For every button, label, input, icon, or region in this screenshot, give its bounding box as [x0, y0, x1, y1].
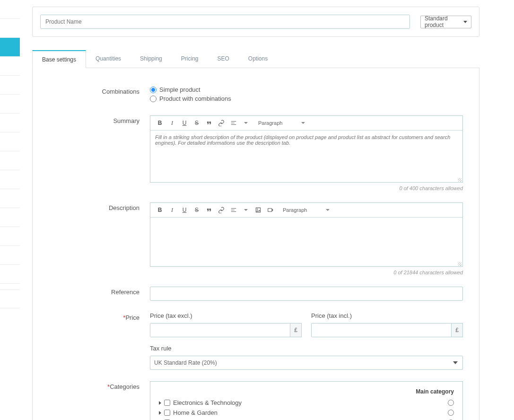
description-toolbar: B I U S Paragraph [150, 203, 462, 218]
price-incl-label: Price (tax incl.) [311, 312, 463, 319]
category-checkbox[interactable] [164, 400, 170, 406]
form-panel: Combinations Simple product Product with… [32, 68, 479, 420]
expand-icon[interactable] [159, 401, 161, 405]
resize-grip[interactable] [150, 179, 462, 182]
tab-base-settings[interactable]: Base settings [32, 50, 86, 68]
sidebar-item[interactable] [0, 289, 20, 308]
bold-icon[interactable]: B [155, 206, 165, 214]
reference-label: Reference [49, 287, 150, 296]
tax-rule-label: Tax rule [150, 345, 463, 352]
strike-icon[interactable]: S [192, 206, 201, 214]
price-incl-input[interactable] [311, 323, 452, 337]
tabs: Base settingsQuantitiesShippingPricingSE… [32, 50, 479, 68]
sidebar-item[interactable] [0, 114, 20, 132]
align-icon[interactable] [229, 119, 238, 127]
quote-icon[interactable] [204, 119, 214, 127]
reference-input[interactable] [150, 287, 463, 301]
main-category-radio[interactable] [448, 410, 454, 416]
product-header-panel: Standard product [32, 7, 479, 37]
sidebar-item[interactable] [0, 208, 20, 227]
quote-icon[interactable] [204, 206, 214, 214]
svg-point-0 [257, 209, 258, 210]
description-textarea[interactable] [150, 218, 462, 262]
sidebar-item[interactable] [0, 76, 20, 95]
tab-options[interactable]: Options [239, 50, 277, 68]
sidebar-item[interactable] [0, 132, 20, 151]
sidebar-item[interactable] [0, 246, 20, 265]
tab-quantities[interactable]: Quantities [86, 50, 131, 68]
sidebar-item[interactable] [0, 170, 20, 189]
description-editor: B I U S Paragraph [150, 202, 463, 267]
sidebar-item[interactable] [0, 265, 20, 284]
image-icon[interactable] [253, 206, 263, 214]
price-excl-input[interactable] [150, 323, 290, 337]
main-category-header: Main category [159, 388, 454, 395]
category-row: Electronics & Technology [159, 398, 454, 408]
summary-label: Summary [49, 115, 150, 124]
tab-shipping[interactable]: Shipping [131, 50, 172, 68]
price-excl-label: Price (tax excl.) [150, 312, 302, 319]
paragraph-select[interactable]: Paragraph [283, 207, 330, 213]
summary-textarea[interactable] [150, 131, 462, 178]
price-label: *Price [49, 312, 150, 321]
caret-down-icon [326, 209, 330, 211]
radio-simple-product[interactable] [150, 87, 157, 93]
summary-editor: B I U S Paragraph [150, 115, 463, 183]
svg-rect-1 [268, 209, 272, 212]
summary-char-count: 0 of 400 characters allowed [150, 185, 463, 191]
link-icon[interactable] [217, 119, 226, 127]
expand-icon[interactable] [159, 411, 161, 415]
resize-grip[interactable] [150, 263, 462, 266]
category-row: Home & Garden [159, 408, 454, 418]
category-label: Electronics & Technology [173, 399, 242, 406]
currency-addon: £ [452, 323, 463, 337]
category-label: Home & Garden [173, 409, 218, 416]
description-char-count: 0 of 21844 characters allowed [150, 270, 463, 275]
underline-icon[interactable]: U [180, 119, 189, 127]
strike-icon[interactable]: S [192, 119, 201, 127]
paragraph-select[interactable]: Paragraph [258, 120, 305, 126]
description-label: Description [49, 202, 150, 211]
product-name-input[interactable] [40, 15, 410, 29]
product-type-label: Standard product [425, 15, 463, 28]
sidebar-item-active[interactable] [0, 38, 20, 57]
caret-down-icon [453, 361, 458, 364]
tax-rule-select[interactable]: UK Standard Rate (20%) [150, 356, 463, 370]
sidebar-item[interactable] [0, 189, 20, 208]
align-caret-icon[interactable] [241, 206, 251, 214]
tab-seo[interactable]: SEO [208, 50, 238, 68]
summary-toolbar: B I U S Paragraph [150, 116, 462, 131]
link-icon[interactable] [217, 206, 226, 214]
tax-rule-value: UK Standard Rate (20%) [154, 359, 217, 366]
radio-product-combinations[interactable] [150, 96, 157, 102]
align-icon[interactable] [229, 206, 238, 214]
sidebar-item[interactable] [0, 19, 20, 38]
radio-simple-label: Simple product [159, 86, 200, 93]
caret-down-icon [463, 21, 467, 23]
sidebar-item[interactable] [0, 0, 20, 19]
underline-icon[interactable]: U [180, 206, 189, 214]
radio-combo-label: Product with combinations [159, 95, 231, 102]
combinations-label: Combinations [49, 86, 150, 95]
sidebar [0, 0, 20, 420]
currency-addon: £ [290, 323, 302, 337]
italic-icon[interactable]: I [167, 119, 177, 127]
categories-label: *Categories [49, 381, 150, 390]
main-category-radio[interactable] [448, 400, 454, 406]
category-checkbox[interactable] [164, 410, 170, 416]
bold-icon[interactable]: B [155, 119, 165, 127]
category-row: Sports & Hobbies [159, 418, 454, 420]
align-caret-icon[interactable] [241, 119, 251, 127]
caret-down-icon [301, 122, 305, 124]
video-icon[interactable] [266, 206, 275, 214]
sidebar-item[interactable] [0, 227, 20, 246]
categories-panel: Main category Electronics & TechnologyHo… [150, 381, 463, 420]
product-type-select[interactable]: Standard product [420, 16, 471, 28]
sidebar-item[interactable] [0, 57, 20, 76]
italic-icon[interactable]: I [167, 206, 177, 214]
sidebar-item[interactable] [0, 95, 20, 114]
sidebar-item[interactable] [0, 151, 20, 170]
tab-pricing[interactable]: Pricing [172, 50, 208, 68]
